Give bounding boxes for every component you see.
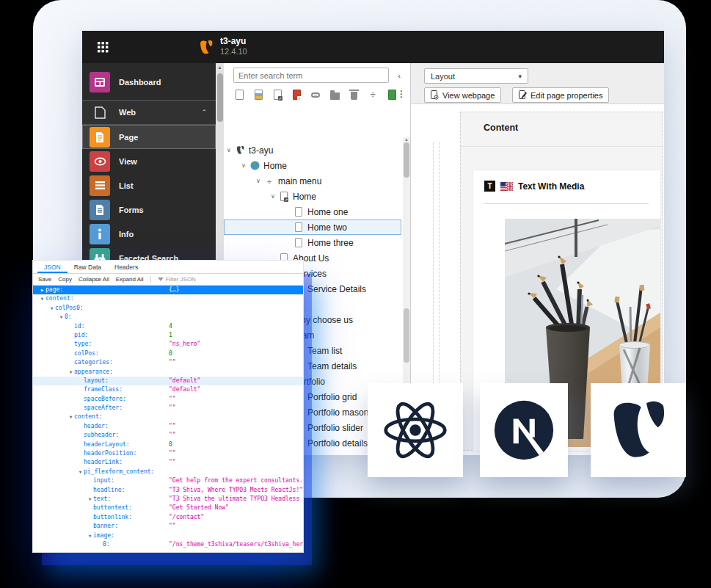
json-value: ""	[169, 449, 176, 458]
sidebar-item-info[interactable]: Info	[82, 222, 216, 246]
tree-node-label: Home three	[307, 238, 354, 248]
json-key: headerLayout:	[84, 441, 130, 448]
more-options-button[interactable]: ⋮	[397, 89, 406, 99]
json-row-headerLink[interactable]: headerLink:""	[33, 458, 303, 467]
json-value: ""	[169, 431, 176, 440]
json-row-headline[interactable]: headline:"T3 Shiva, Where TYPO3 Meets Re…	[33, 486, 303, 495]
scrollbar-thumb[interactable]	[217, 73, 223, 122]
sidebar-item-view[interactable]: View	[82, 149, 216, 173]
expand-toggle-icon[interactable]: ▼	[87, 531, 93, 540]
json-viewer-tab-raw-data[interactable]: Raw Data	[68, 261, 108, 273]
json-row-spaceBefore[interactable]: spaceBefore:""	[33, 395, 303, 404]
json-value: 0	[169, 440, 172, 449]
copy-button[interactable]: Copy	[58, 276, 72, 283]
tree-node-home-two[interactable]: Home two	[224, 219, 401, 235]
expand-all-button[interactable]: Expand All	[116, 276, 144, 283]
json-row-colPos[interactable]: colPos:0	[33, 349, 303, 358]
collapse-all-button[interactable]: Collapse All	[79, 276, 109, 283]
json-row-colPos0[interactable]: ▼colPos0:	[33, 304, 303, 313]
chevron-up-icon: ⌃	[201, 109, 207, 116]
json-row-pi_flexform_content[interactable]: ▼pi_flexform_content:	[33, 468, 303, 476]
edit-page-properties-label: Edit page properties	[530, 91, 602, 100]
json-row-appearance[interactable]: ▼appearance:	[33, 368, 303, 377]
json-row-content[interactable]: ▼content:	[33, 413, 303, 421]
chevron-down-icon[interactable]: ∨	[269, 193, 277, 200]
json-row-banner[interactable]: banner:""	[33, 522, 303, 531]
tree-node-home[interactable]: ∨Home	[224, 158, 410, 173]
edit-page-properties-button[interactable]: Edit page properties	[512, 87, 609, 103]
filter-json-input[interactable]: Filter JSON	[158, 276, 196, 283]
expand-toggle-icon[interactable]: ▼	[87, 495, 93, 504]
sidebar-item-web[interactable]: Web⌃	[82, 100, 216, 125]
json-key: banner:	[93, 523, 118, 529]
json-row-text[interactable]: ▼text:"T3 Shiva the ultimate TYPO3 Headl…	[33, 495, 303, 504]
expand-toggle-icon[interactable]: ▼	[48, 304, 55, 313]
tree-search-input[interactable]	[233, 68, 389, 83]
new-page-media-icon[interactable]	[252, 89, 264, 101]
chevron-down-icon[interactable]: ∨	[240, 162, 247, 169]
json-row-id[interactable]: id:4	[33, 322, 303, 331]
sidebar-item-page[interactable]: Page	[82, 125, 216, 149]
json-row-categories[interactable]: categories:""	[33, 358, 303, 367]
json-row-headerPosition[interactable]: headerPosition:""	[33, 449, 303, 458]
expand-toggle-icon[interactable]: ▼	[39, 294, 45, 303]
expand-toggle-icon[interactable]: ▼	[68, 413, 74, 421]
json-row-buttonlink[interactable]: buttonlink:"/contact"	[33, 513, 303, 522]
collapse-tree-button[interactable]: ‹	[393, 68, 406, 83]
tree-node-t3-ayu[interactable]: ∨t3-ayu	[224, 142, 410, 158]
json-row-0[interactable]: 0:"/ns_theme_t3shiva/teasers/t3shiva_her…	[33, 540, 303, 549]
sidebar-item-forms[interactable]: Forms	[82, 197, 216, 222]
new-spacer-icon[interactable]: ÷	[367, 89, 379, 101]
json-viewer-tab-headers[interactable]: Headers	[108, 261, 145, 273]
new-shortcut-icon[interactable]: ↗	[271, 89, 283, 101]
expand-toggle-icon[interactable]: ▼	[68, 368, 74, 377]
web-icon	[90, 102, 110, 123]
sidebar-item-label: List	[119, 181, 134, 190]
tree-node-label: Home	[293, 192, 316, 202]
sidebar-item-dashboard[interactable]: Dashboard	[82, 68, 216, 97]
expand-toggle-icon[interactable]: ▼	[77, 468, 84, 476]
module-menu-toggle-button[interactable]	[88, 31, 117, 63]
spacer-icon: ÷	[263, 175, 275, 187]
json-row-spaceAfter[interactable]: spaceAfter:""	[33, 404, 303, 413]
json-viewer-tab-json[interactable]: JSON	[37, 261, 68, 273]
scrollbar-thumb[interactable]	[404, 142, 409, 178]
json-row-image[interactable]: ▼image:	[33, 531, 303, 540]
json-row-0[interactable]: ▼0:	[33, 313, 303, 322]
layout-select[interactable]: Layout ▾	[424, 68, 528, 84]
new-link-icon[interactable]	[310, 89, 321, 101]
new-page-icon[interactable]	[233, 89, 245, 101]
json-row-header[interactable]: header:""	[33, 422, 303, 431]
new-mountpoint-icon[interactable]: ↗	[291, 89, 302, 101]
chevron-down-icon[interactable]: ∨	[255, 178, 262, 184]
json-row-input[interactable]: input:"Get help from the expert consulta…	[33, 476, 303, 485]
json-row-type[interactable]: type:"ns_hero"	[33, 340, 303, 349]
sidebar-item-label: Dashboard	[119, 78, 161, 87]
chevron-down-icon[interactable]: ∨	[225, 147, 233, 153]
tree-node-home-three[interactable]: Home three	[224, 235, 410, 250]
expand-toggle-icon[interactable]: ▼	[58, 313, 65, 322]
view-webpage-button[interactable]: View webpage	[424, 87, 501, 103]
json-row-frameClass[interactable]: frameClass:"default"	[33, 385, 303, 394]
tree-node-main-menu[interactable]: ∨÷main menu	[224, 173, 410, 189]
json-value: "T3 Shiva, Where TYPO3 Meets ReactJs!"	[169, 486, 303, 495]
json-key: type:	[74, 341, 92, 347]
sidebar-item-list[interactable]: List	[82, 173, 216, 197]
json-row-layout[interactable]: layout:"default"	[33, 377, 303, 385]
json-row-buttontext[interactable]: buttontext:"Get Started Now"	[33, 504, 303, 512]
site-name[interactable]: t3-ayu	[220, 36, 246, 47]
json-row-pid[interactable]: pid:1	[33, 331, 303, 340]
tree-node-home-one[interactable]: Home one	[224, 204, 410, 219]
new-recycler-icon[interactable]	[348, 89, 360, 101]
json-row-page[interactable]: ▶page:{…}	[33, 286, 303, 294]
save-button[interactable]: Save	[38, 276, 51, 283]
view-icon	[90, 151, 110, 172]
json-row-headerLayout[interactable]: headerLayout:0	[33, 440, 303, 449]
new-folder-icon[interactable]	[329, 89, 340, 101]
tree-node-home[interactable]: ∨↗Home	[224, 189, 410, 204]
new-sysfolder-icon[interactable]	[386, 89, 398, 101]
expand-toggle-icon[interactable]: ▶	[39, 286, 45, 294]
scrollbar-thumb-secondary[interactable]	[404, 308, 409, 363]
json-row-content[interactable]: ▼content:	[33, 294, 303, 303]
json-row-subheader[interactable]: subheader:""	[33, 431, 303, 440]
